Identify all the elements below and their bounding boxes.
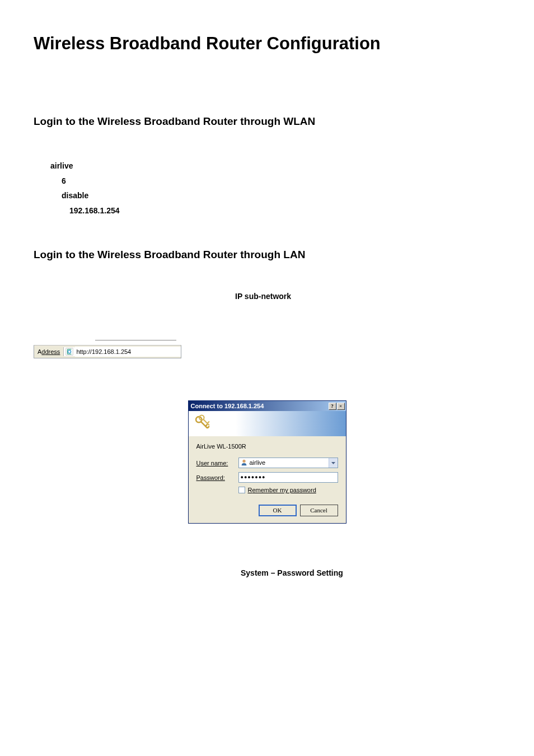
section-wlan-title: Login to the Wireless Broadband Router t… bbox=[34, 115, 500, 128]
remember-label: Remember my password bbox=[248, 487, 316, 493]
address-label: Address bbox=[34, 348, 63, 355]
config-ip: 192.168.1.254 bbox=[69, 203, 500, 218]
dialog-title: Connect to 192.168.1.254 bbox=[191, 403, 264, 409]
ip-subnet-label: IP sub-network bbox=[235, 292, 500, 301]
username-label: User name: bbox=[196, 460, 238, 466]
help-button[interactable]: ? bbox=[329, 403, 336, 410]
username-value: airlive bbox=[248, 458, 329, 468]
dialog-titlebar[interactable]: Connect to 192.168.1.254 ? × bbox=[189, 401, 346, 411]
close-button[interactable]: × bbox=[337, 403, 345, 410]
cancel-button[interactable]: Cancel bbox=[300, 505, 338, 516]
address-bar-screenshot: Address http://192.168.1.254 bbox=[34, 340, 500, 358]
username-input[interactable]: airlive bbox=[238, 458, 338, 468]
auth-dialog: Connect to 192.168.1.254 ? × AirLive WL-… bbox=[188, 400, 346, 524]
ie-page-icon bbox=[63, 347, 75, 356]
config-wep: disable bbox=[62, 188, 500, 203]
page-title: Wireless Broadband Router Configuration bbox=[34, 34, 500, 54]
wlan-config-values: airlive 6 disable 192.168.1.254 bbox=[50, 158, 500, 218]
username-dropdown-button[interactable] bbox=[329, 458, 338, 468]
footer-password-setting: System – Password Setting bbox=[241, 568, 500, 577]
dialog-header bbox=[189, 411, 346, 436]
user-icon bbox=[240, 459, 248, 468]
address-url-input[interactable]: http://192.168.1.254 bbox=[75, 347, 181, 357]
password-label: Password: bbox=[196, 474, 238, 481]
config-ssid: airlive bbox=[50, 158, 500, 174]
password-input[interactable]: ●●●●●●● bbox=[238, 472, 338, 483]
remember-checkbox[interactable] bbox=[238, 487, 245, 493]
browser-address-bar: Address http://192.168.1.254 bbox=[34, 345, 181, 358]
ok-button[interactable]: OK bbox=[259, 505, 297, 516]
password-value: ●●●●●●● bbox=[239, 473, 338, 482]
realm-label: AirLive WL-1500R bbox=[196, 443, 338, 450]
section-lan-title: Login to the Wireless Broadband Router t… bbox=[34, 249, 500, 261]
keys-icon bbox=[193, 413, 212, 435]
config-channel: 6 bbox=[62, 174, 500, 189]
svg-point-4 bbox=[242, 460, 245, 463]
